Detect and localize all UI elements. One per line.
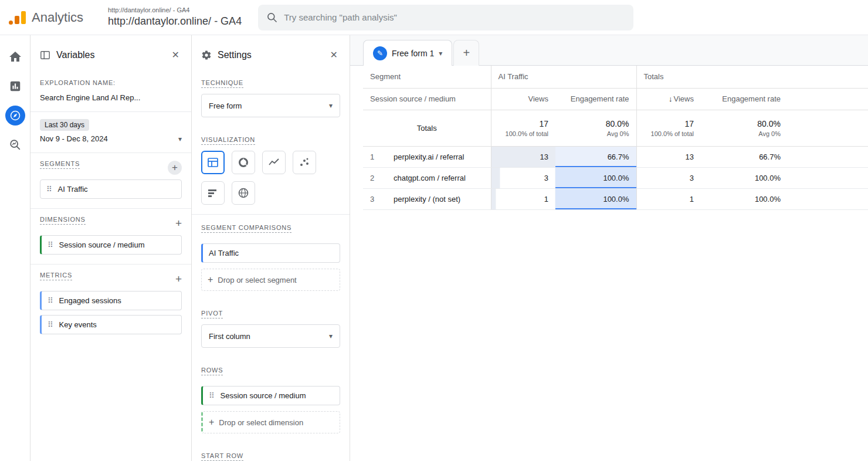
metric-chip-key-events[interactable]: ⠿ Key events <box>40 315 182 334</box>
tab-caret-icon: ▾ <box>439 49 442 57</box>
plus-icon: + <box>209 417 214 428</box>
row-source: chatgpt.com / referral <box>394 174 466 182</box>
left-nav-rail <box>0 35 30 461</box>
totals-engagement-cell: 100.0% <box>701 188 788 209</box>
drop-segment-zone[interactable]: + Drop or select segment <box>201 269 340 291</box>
segment-chip-ai-traffic[interactable]: ⠿ AI Traffic <box>40 179 182 199</box>
totals-views-cell: 17 100.0% of total <box>491 110 555 146</box>
visualization-section: VISUALIZATION <box>192 127 350 215</box>
explore-compass-icon <box>9 110 21 121</box>
reports-icon <box>9 80 22 93</box>
segment-comparisons-section: SEGMENT COMPARISONS AI Traffic + Drop or… <box>192 215 350 300</box>
column-header-totals-engagement[interactable]: Engagement rate <box>701 88 788 110</box>
viz-bar-button[interactable] <box>201 181 225 205</box>
segment-comparison-label: AI Traffic <box>209 249 239 257</box>
chevron-down-icon: ▾ <box>329 101 333 110</box>
bar-chart-icon <box>207 187 219 199</box>
nav-home[interactable] <box>5 47 25 67</box>
search-input[interactable] <box>284 12 625 22</box>
drag-handle-icon: ⠿ <box>48 240 53 249</box>
date-range-value: Nov 9 - Dec 8, 2024 <box>40 134 108 143</box>
close-settings-icon[interactable]: ✕ <box>328 48 340 62</box>
start-row-section: START ROW 1 <box>192 443 350 461</box>
column-header-totals-views[interactable]: ↓Views <box>636 88 701 110</box>
analytics-logo[interactable]: Analytics <box>9 10 97 25</box>
date-range-control[interactable]: Nov 9 - Dec 8, 2024 ▾ <box>40 134 182 143</box>
segment-comparisons-label: SEGMENT COMPARISONS <box>201 224 291 233</box>
date-preset-chip[interactable]: Last 30 days <box>40 119 89 131</box>
nav-reports[interactable] <box>5 76 25 96</box>
viz-line-button[interactable] <box>262 151 286 174</box>
add-dimension-button[interactable]: + <box>175 218 182 229</box>
dimensions-section: DIMENSIONS + ⠿ Session source / medium <box>30 209 191 265</box>
add-metric-button[interactable]: + <box>175 273 182 284</box>
settings-panel: Settings ✕ TECHNIQUE Free form ▾ VISUALI… <box>192 35 350 461</box>
drag-handle-icon: ⠿ <box>46 185 52 194</box>
totals-views-cell: 17 100.0% of total <box>636 110 701 146</box>
views-cell: 1 <box>491 188 555 209</box>
segment-chip-label: AI Traffic <box>58 185 88 194</box>
property-selector[interactable]: http://dantaylor.online/ - GA4 http://da… <box>108 6 242 28</box>
result-table: Segment AI Traffic Totals Session source… <box>363 66 868 210</box>
technique-select[interactable]: Free form ▾ <box>201 94 340 117</box>
column-header-views[interactable]: Views <box>491 88 555 110</box>
date-range-section: Last 30 days Nov 9 - Dec 8, 2024 ▾ <box>30 112 191 153</box>
viz-scatter-button[interactable] <box>293 151 316 174</box>
technique-value: Free form <box>209 101 242 110</box>
viz-geo-button[interactable] <box>232 181 255 205</box>
totals-views-cell: 3 <box>636 167 701 188</box>
app-name: Analytics <box>32 10 83 25</box>
table-chart-icon <box>207 157 219 168</box>
close-variables-icon[interactable]: ✕ <box>169 48 182 62</box>
engagement-cell: 100.0% <box>555 188 636 209</box>
add-segment-button[interactable]: + <box>168 161 182 175</box>
donut-chart-icon <box>238 157 249 168</box>
metric-chip-label: Engaged sessions <box>59 296 121 305</box>
column-header-source[interactable]: Session source / medium <box>363 88 491 110</box>
totals-label: Totals <box>363 110 491 146</box>
drag-handle-icon: ⠿ <box>209 391 215 400</box>
viz-table-button[interactable] <box>201 151 225 174</box>
metric-chip-label: Key events <box>59 320 97 329</box>
advertising-icon <box>9 138 22 151</box>
visualization-label: VISUALIZATION <box>201 136 255 145</box>
segment-comparison-chip[interactable]: AI Traffic <box>201 243 340 263</box>
tab-free-form-1[interactable]: ✎ Free form 1 ▾ <box>363 40 452 66</box>
rows-dimension-chip[interactable]: ⠿ Session source / medium <box>201 386 340 405</box>
row-source: perplexity / (not set) <box>394 195 460 204</box>
group-header-segment: Segment <box>363 66 491 88</box>
table-row: 3 perplexity / (not set) 1 100.0% 1 100.… <box>363 188 868 209</box>
viz-donut-button[interactable] <box>232 151 255 174</box>
engagement-cell: 100.0% <box>555 167 636 188</box>
table-row: 2 chatgpt.com / referral 3 100.0% 3 100.… <box>363 167 868 188</box>
row-source: perplexity.ai / referral <box>394 152 464 161</box>
settings-title: Settings <box>218 50 322 60</box>
segments-label: SEGMENTS <box>40 160 80 169</box>
search-bar[interactable] <box>258 5 633 30</box>
rows-section: ROWS ⠿ Session source / medium + Drop or… <box>192 357 350 443</box>
pivot-value: First column <box>209 332 250 341</box>
tab-label: Free form 1 <box>392 49 434 58</box>
geo-map-icon <box>238 187 249 199</box>
drop-dimension-zone[interactable]: + Drop or select dimension <box>201 411 340 433</box>
row-number: 2 <box>370 174 385 182</box>
column-header-engagement[interactable]: Engagement rate <box>555 88 636 110</box>
views-cell: 3 <box>491 167 555 188</box>
views-cell: 13 <box>491 146 555 167</box>
drop-segment-label: Drop or select segment <box>218 276 296 284</box>
home-icon <box>8 50 22 64</box>
totals-views-cell: 1 <box>636 188 701 209</box>
segments-section: SEGMENTS + ⠿ AI Traffic <box>30 153 191 209</box>
dimension-chip-session-source-medium[interactable]: ⠿ Session source / medium <box>40 235 182 255</box>
chevron-down-icon: ▾ <box>329 332 333 340</box>
nav-explore[interactable] <box>5 106 25 126</box>
add-tab-button[interactable]: + <box>453 40 479 66</box>
row-number: 1 <box>370 152 385 161</box>
nav-advertising[interactable] <box>5 135 25 155</box>
search-icon <box>266 12 278 23</box>
pivot-select[interactable]: First column ▾ <box>201 324 340 348</box>
exploration-canvas: ✎ Free form 1 ▾ + Segment AI Traffic Tot… <box>350 35 868 461</box>
metric-chip-engaged-sessions[interactable]: ⠿ Engaged sessions <box>40 291 182 310</box>
totals-views-cell: 13 <box>636 146 701 167</box>
exploration-name-value[interactable]: Search Engine Land AI Rep... <box>40 93 182 102</box>
